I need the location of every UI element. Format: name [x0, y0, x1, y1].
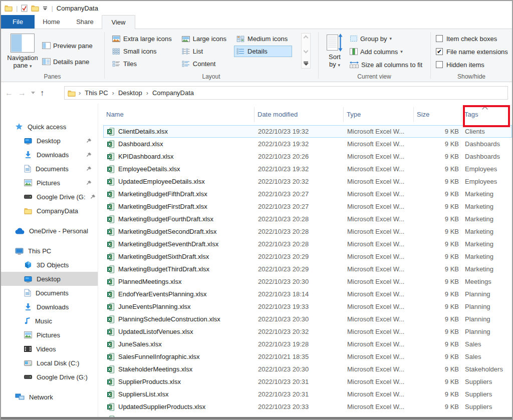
layout-option-extra-large-icons[interactable]: Extra large icons	[110, 33, 176, 45]
excel-file-icon: X	[107, 190, 115, 198]
new-folder-icon[interactable]	[31, 5, 39, 12]
sidebar-item-3d-objects[interactable]: 3D Objects	[1, 258, 98, 272]
sidebar-section-network[interactable]: Network	[1, 390, 98, 404]
layout-option-large-icons[interactable]: Large icons	[179, 33, 231, 45]
table-row[interactable]: XMarketingBudgetSeventhDraft.xlsx2022/10…	[103, 238, 512, 250]
sidebar-item-desktop[interactable]: Desktop	[1, 272, 98, 286]
sidebar-item-downloads[interactable]: Downloads	[1, 148, 98, 162]
table-row[interactable]: XJuneSales.xlsx2022/10/23 19:28Microsoft…	[103, 338, 512, 350]
layout-option-small-icons[interactable]: Small icons	[110, 46, 176, 57]
checkbox-icon[interactable]	[436, 61, 443, 68]
table-row[interactable]: XEndofYearEventsPlanning.xlsx2022/10/23 …	[103, 288, 512, 300]
add-columns-button[interactable]: Add columns ▾	[350, 46, 422, 57]
layout-option-list[interactable]: List	[179, 46, 231, 57]
chevron-right-icon: ›	[77, 89, 83, 97]
table-row[interactable]: XClientDetails.xlsx2022/10/23 19:32Micro…	[103, 125, 512, 138]
table-row[interactable]: XMarketingBudgetSixthDraft.xlsx2022/10/2…	[103, 250, 512, 263]
file-date-modified: 2022/10/23 20:31	[255, 390, 344, 398]
sidebar-section-onedrive-personal[interactable]: OneDrive - Personal	[1, 224, 98, 238]
sidebar-item-local-disk-c-[interactable]: Local Disk (C:)	[1, 356, 98, 370]
column-header-size[interactable]: Size	[414, 107, 461, 122]
column-header-name[interactable]: Name	[103, 107, 254, 122]
table-row[interactable]: XMarketingBudgetThirdDraft.xlsx2022/10/2…	[103, 263, 512, 275]
sidebar-item-documents[interactable]: Documents	[1, 286, 98, 300]
file-tag: Marketing	[462, 190, 509, 198]
details-pane-button[interactable]: Details pane	[42, 56, 93, 67]
table-row[interactable]: XStakeholderMeetings.xlsx2022/10/23 20:3…	[103, 363, 512, 375]
layout-scrollbar[interactable]	[301, 33, 311, 69]
checkbox-icon[interactable]	[436, 35, 443, 42]
sidebar-section-this-pc[interactable]: This PC	[1, 244, 98, 258]
layout-option-tiles[interactable]: Tiles	[110, 58, 176, 70]
table-row[interactable]: XPlanningScheduleConstruction.xlsx2022/1…	[103, 313, 512, 325]
table-row[interactable]: XUpdatedEmployeeDetails.xlsx2022/10/23 2…	[103, 175, 512, 188]
sidebar-item-music[interactable]: Music	[1, 314, 98, 328]
sidebar-item-pictures[interactable]: Pictures	[1, 328, 98, 342]
excel-file-icon: X	[107, 240, 115, 248]
more-layouts-icon[interactable]	[304, 62, 309, 66]
sidebar-item-google-drive-g-[interactable]: Google Drive (G:)	[1, 370, 98, 384]
sidebar-item-google-drive-g-[interactable]: Google Drive (G:	[1, 190, 98, 204]
table-row[interactable]: XSupplierProducts.xlsx2022/10/23 20:31Mi…	[103, 375, 512, 388]
table-row[interactable]: XListofVenues.xlsx2022/10/23 20:26Micros…	[103, 413, 512, 417]
sidebar-item-documents[interactable]: Documents	[1, 162, 98, 176]
table-row[interactable]: XSalesFunnelInfographic.xlsx2022/10/21 1…	[103, 350, 512, 363]
recent-locations-icon[interactable]	[31, 92, 35, 94]
table-row[interactable]: XEmployeeDetails.xlsx2022/10/23 19:32Mic…	[103, 163, 512, 175]
column-header-type[interactable]: Type	[344, 107, 414, 122]
table-row[interactable]: XKPIDashboard.xlsx2022/10/23 20:26Micros…	[103, 150, 512, 163]
excel-file-icon: X	[107, 378, 115, 386]
navigation-pane-icon	[11, 34, 35, 53]
sort-by-button[interactable]: Sort by ▾	[323, 32, 347, 71]
breadcrumb-segment[interactable]: This PC	[83, 89, 110, 97]
preview-pane-button[interactable]: Preview pane	[42, 40, 93, 51]
table-row[interactable]: XSuppliersList.xlsx2022/10/23 20:31Micro…	[103, 388, 512, 400]
sidebar-item-companydata[interactable]: CompanyData	[1, 204, 98, 218]
sidebar-item-desktop[interactable]: Desktop	[1, 134, 98, 148]
back-icon[interactable]: ←	[5, 89, 13, 98]
layout-option-details[interactable]: Details	[234, 46, 292, 57]
table-row[interactable]: XMarketingBudgetSecondDraft.xlsx2022/10/…	[103, 225, 512, 238]
sidebar-item-downloads[interactable]: Downloads	[1, 300, 98, 314]
size-all-columns-button[interactable]: Size all columns to fit	[350, 59, 422, 70]
breadcrumb-segment[interactable]: Desktop	[116, 89, 144, 97]
table-row[interactable]: XMarketingBudgetFifthDraft.xlsx2022/10/2…	[103, 188, 512, 200]
sidebar-item-videos[interactable]: Videos	[1, 342, 98, 356]
checkbox-item-check-boxes[interactable]: Item check boxes	[436, 33, 508, 44]
table-row[interactable]: XUpdatedSupplierProducts.xlsx2022/10/23 …	[103, 400, 512, 413]
sidebar-section-quick-access[interactable]: Quick access	[1, 120, 98, 134]
layout-option-content[interactable]: Content	[179, 58, 231, 70]
table-row[interactable]: XMarketingBudgetFirstDraft.xlsx2022/10/2…	[103, 200, 512, 213]
scroll-up-icon[interactable]	[304, 36, 309, 41]
checkbox-file-name-extensions[interactable]: ✔File name extensions	[436, 46, 508, 57]
properties-check-icon[interactable]	[21, 5, 28, 12]
breadcrumb-segment[interactable]: CompanyData	[150, 89, 196, 97]
checkbox-icon[interactable]: ✔	[436, 48, 443, 55]
table-row[interactable]: XMarketingBudgetFourthDraft.xlsx2022/10/…	[103, 213, 512, 225]
column-header-tags[interactable]: Tags	[461, 107, 509, 122]
table-row[interactable]: XPlannedMeetings.xlsx2022/10/23 20:30Mic…	[103, 275, 512, 288]
table-row[interactable]: XDashboard.xlsx2022/10/23 19:32Microsoft…	[103, 138, 512, 150]
up-icon[interactable]: ↑	[40, 89, 44, 98]
table-row[interactable]: XUpdatedListofVenues.xlsx2022/10/23 20:3…	[103, 325, 512, 338]
tab-view[interactable]: View	[102, 15, 135, 29]
scroll-down-icon[interactable]	[304, 48, 309, 53]
file-name: Dashboard.xlsx	[118, 140, 163, 148]
sidebar-item-pictures[interactable]: Pictures	[1, 176, 98, 190]
titlebar-divider: |	[16, 5, 18, 12]
table-row[interactable]: XJuneEventsPlanning.xlsx2022/10/23 19:33…	[103, 300, 512, 313]
ribbon-group-show-hide: Item check boxes✔File name extensionsHid…	[431, 29, 512, 82]
file-tag: Planning	[462, 328, 509, 335]
tab-file[interactable]: File	[1, 15, 35, 29]
tab-share[interactable]: Share	[68, 15, 102, 29]
group-by-button[interactable]: Group by ▾	[350, 33, 422, 44]
excel-file-icon: X	[107, 415, 115, 417]
column-header-date-modified[interactable]: Date modified	[254, 107, 344, 122]
checkbox-hidden-items[interactable]: Hidden items	[436, 59, 508, 70]
layout-option-medium-icons[interactable]: Medium icons	[234, 33, 292, 45]
quick-access-toolbar-dropdown-icon[interactable]	[43, 6, 48, 11]
tab-home[interactable]: Home	[35, 15, 68, 29]
breadcrumb[interactable]: ›This PC›Desktop›CompanyData	[64, 86, 508, 100]
navigation-pane-button[interactable]: Navigation pane ▾	[7, 32, 38, 72]
forward-icon[interactable]: →	[18, 89, 26, 98]
